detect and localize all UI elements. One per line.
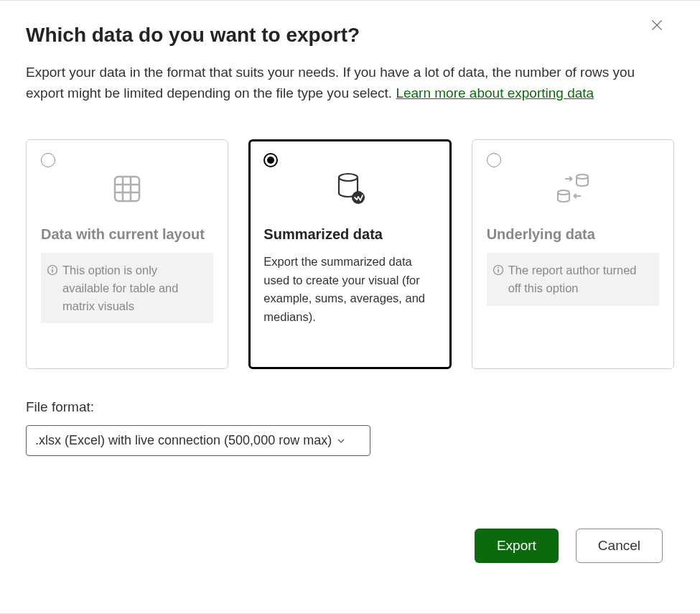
file-format-label: File format: [26,399,674,415]
export-data-dialog: Which data do you want to export? Export… [0,1,700,479]
option-current-layout: Data with current layout This option is … [26,139,228,369]
option-summarized-data[interactable]: Summarized data Export the summarized da… [248,139,451,369]
option-title: Data with current layout [41,226,213,243]
cancel-button[interactable]: Cancel [576,529,663,563]
close-icon [650,18,664,32]
database-summary-icon [263,166,436,212]
disabled-message-text: This option is only available for table … [62,261,206,315]
option-title: Underlying data [487,226,659,243]
info-icon [47,263,60,315]
svg-point-12 [577,175,588,179]
disabled-message-text: The report author turned off this option [508,261,652,297]
table-grid-icon [41,166,213,212]
radio-current-layout [41,153,55,167]
disabled-message-box: The report author turned off this option [487,253,659,306]
option-description: Export the summarized data used to creat… [263,253,436,326]
svg-point-10 [339,174,358,181]
database-sync-icon [487,166,659,212]
svg-point-9 [52,267,53,269]
file-format-select[interactable]: .xlsx (Excel) with live connection (500,… [26,425,370,456]
svg-rect-2 [115,177,139,201]
file-format-value: .xlsx (Excel) with live connection (500,… [35,433,332,448]
dialog-title: Which data do you want to export? [26,24,674,47]
option-title: Summarized data [263,226,436,243]
radio-summarized[interactable] [263,153,278,167]
svg-point-13 [558,190,569,195]
info-icon [493,263,505,297]
learn-more-link[interactable]: Learn more about exporting data [396,85,594,101]
svg-point-16 [498,267,499,269]
option-underlying-data: Underlying data The report author turned… [472,139,674,369]
radio-underlying [487,153,501,167]
dialog-actions: Export Cancel [475,529,663,563]
export-options: Data with current layout This option is … [26,139,674,369]
chevron-down-icon [336,436,346,446]
disabled-message-box: This option is only available for table … [41,253,213,323]
dialog-description: Export your data in the format that suit… [26,62,674,103]
export-button[interactable]: Export [475,529,559,563]
close-button[interactable] [650,18,667,35]
